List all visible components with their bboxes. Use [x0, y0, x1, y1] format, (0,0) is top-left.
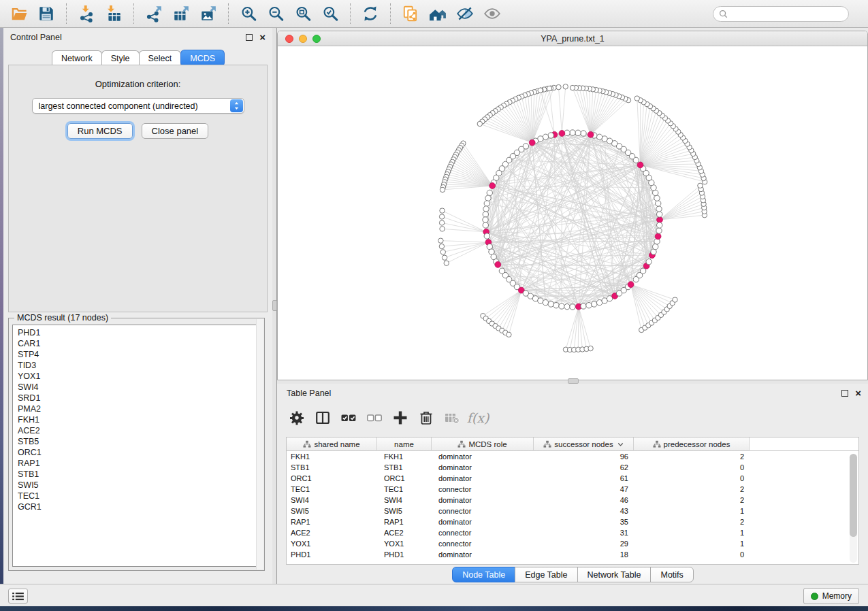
horizontal-splitter-handle[interactable] — [568, 378, 579, 384]
table-row[interactable]: FKH1FKH1dominator962 — [287, 451, 858, 462]
open-button[interactable] — [7, 3, 31, 24]
mcds-result-item[interactable]: ORC1 — [18, 447, 260, 458]
zoom-fit-button[interactable] — [291, 3, 315, 24]
float-window-icon[interactable] — [246, 34, 253, 41]
zoom-out-button[interactable] — [264, 3, 287, 24]
mcds-result-item[interactable]: RAP1 — [18, 458, 260, 469]
mcds-result-item[interactable]: STB1 — [18, 469, 260, 480]
network-window: YPA_prune.txt_1 — [277, 31, 868, 380]
import-table-button[interactable] — [102, 3, 125, 24]
mcds-result-item[interactable]: STP4 — [18, 349, 260, 360]
column-namespace-icon — [303, 440, 311, 448]
toolbar-icon-groups — [5, 3, 506, 24]
deselect-all-icon — [366, 410, 383, 426]
column-header-shared-name[interactable]: shared name — [287, 437, 377, 451]
table-panel: Table Panel × f(x) shared namenameMCDS r… — [277, 384, 868, 584]
table-row[interactable]: SWI5SWI5connector431 — [287, 506, 858, 516]
import-table-icon — [105, 5, 123, 22]
select-all-button[interactable] — [338, 407, 359, 429]
vertical-splitter-handle[interactable] — [272, 300, 277, 311]
tab-node-table[interactable]: Node Table — [452, 567, 515, 582]
mcds-result-item[interactable]: SWI5 — [18, 480, 260, 491]
close-table-panel-icon[interactable]: × — [855, 390, 861, 397]
show-all-button[interactable] — [481, 3, 504, 24]
task-history-button[interactable] — [8, 589, 28, 604]
home-icon — [429, 5, 447, 22]
zoom-selected-button[interactable] — [319, 3, 342, 24]
mcds-result-item[interactable]: CAR1 — [18, 338, 260, 349]
mcds-result-box: MCDS result (17 nodes) PHD1CAR1STP4TID3Y… — [8, 318, 265, 571]
table-row[interactable]: PHD1PHD1dominator180 — [287, 549, 858, 560]
import-network-button[interactable] — [75, 3, 98, 24]
float-table-panel-icon[interactable] — [841, 390, 848, 397]
clone-network-icon — [402, 5, 419, 22]
table-header-row: shared namenameMCDS rolesuccessor nodesp… — [287, 437, 858, 451]
criterion-select[interactable]: largest connected component (undirected) — [32, 98, 244, 114]
node-table: shared namenameMCDS rolesuccessor nodesp… — [286, 437, 859, 565]
table-scrollbar-track[interactable] — [850, 454, 857, 563]
run-mcds-button[interactable]: Run MCDS — [67, 123, 133, 139]
refresh-button[interactable] — [359, 3, 382, 24]
column-header-predecessor-nodes[interactable]: predecessor nodes — [634, 437, 750, 451]
zoom-in-button[interactable] — [237, 3, 260, 24]
memory-button[interactable]: Memory — [803, 588, 859, 604]
close-panel-icon[interactable]: × — [259, 34, 266, 41]
table-mode-button[interactable] — [286, 407, 308, 429]
mcds-result-list[interactable]: PHD1CAR1STP4TID3YOX1SWI4SRD1PMA2FKH1ACE2… — [12, 325, 261, 567]
mcds-result-title: MCDS result (17 nodes) — [14, 313, 111, 323]
zoom-fit-icon — [294, 5, 312, 22]
open-icon — [10, 5, 28, 22]
clone-network-button[interactable] — [399, 3, 422, 24]
mcds-result-item[interactable]: PMA2 — [18, 403, 260, 414]
table-row[interactable]: STB1STB1dominator620 — [287, 462, 858, 473]
close-panel-button[interactable]: Close panel — [142, 123, 209, 139]
network-graph[interactable] — [278, 46, 867, 380]
mcds-result-item[interactable]: YOX1 — [18, 371, 260, 382]
tab-network-table[interactable]: Network Table — [577, 567, 652, 582]
mcds-result-item[interactable]: ACE2 — [18, 425, 260, 436]
hide-unselected-button[interactable] — [453, 3, 477, 24]
mcds-result-item[interactable]: GCR1 — [18, 501, 260, 512]
result-scrollbar-track[interactable] — [256, 319, 263, 569]
search-input[interactable] — [731, 10, 843, 19]
table-row[interactable]: YOX1YOX1connector291 — [287, 538, 858, 549]
save-button[interactable] — [35, 3, 58, 24]
deselect-all-button[interactable] — [364, 407, 385, 429]
column-header-name[interactable]: name — [377, 437, 432, 451]
screen: Control Panel × NetworkStyleSelectMCDS O… — [0, 0, 868, 611]
table-row[interactable]: RAP1RAP1dominator352 — [287, 516, 858, 527]
mcds-result-item[interactable]: TEC1 — [18, 491, 260, 501]
table-row[interactable]: ORC1ORC1dominator610 — [287, 473, 858, 484]
mcds-result-item[interactable]: STB5 — [18, 436, 260, 447]
show-columns-button[interactable] — [312, 407, 334, 429]
column-header-MCDS-role[interactable]: MCDS role — [432, 437, 534, 451]
export-network-icon — [145, 5, 163, 22]
search-field[interactable] — [713, 6, 849, 22]
network-canvas[interactable] — [278, 46, 867, 380]
table-row[interactable]: TEC1TEC1connector472 — [287, 484, 858, 495]
export-network-button[interactable] — [142, 3, 165, 24]
export-table-button[interactable] — [170, 3, 193, 24]
export-image-button[interactable] — [197, 3, 220, 24]
mcds-result-item[interactable]: TID3 — [18, 360, 260, 371]
add-column-icon — [392, 410, 408, 426]
tab-motifs[interactable]: Motifs — [650, 567, 693, 582]
column-header-successor-nodes[interactable]: successor nodes — [534, 437, 634, 451]
network-window-titlebar[interactable]: YPA_prune.txt_1 — [278, 31, 867, 46]
mcds-result-item[interactable]: PHD1 — [18, 327, 260, 338]
mcds-result-item[interactable]: FKH1 — [18, 414, 260, 425]
column-namespace-icon — [543, 440, 551, 448]
tab-edge-table[interactable]: Edge Table — [515, 567, 577, 582]
home-button[interactable] — [426, 3, 449, 24]
mcds-result-item[interactable]: SWI4 — [18, 382, 260, 393]
add-column-button[interactable] — [389, 407, 411, 429]
table-row[interactable]: ACE2ACE2connector311 — [287, 527, 858, 538]
memory-button-label: Memory — [822, 591, 852, 601]
delete-column-button[interactable] — [415, 407, 437, 429]
table-scrollbar-thumb[interactable] — [850, 454, 857, 537]
show-columns-icon — [315, 410, 331, 426]
vertical-splitter[interactable] — [272, 28, 277, 584]
table-row[interactable]: SWI4SWI4dominator462 — [287, 495, 858, 506]
mcds-result-item[interactable]: SRD1 — [18, 393, 260, 403]
toolbar-separator — [228, 3, 229, 24]
